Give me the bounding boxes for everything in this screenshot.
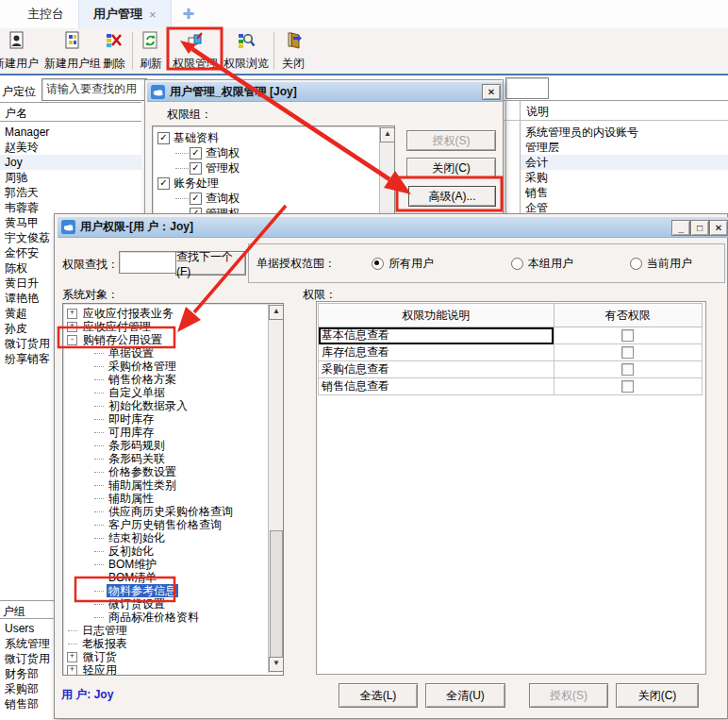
perm-group-item[interactable]: ✓基础资料 <box>153 130 394 145</box>
tree-item[interactable]: BOM维护 <box>63 558 283 571</box>
group-row[interactable]: 财务部 <box>0 666 54 681</box>
tree-item[interactable]: 条形码关联 <box>63 452 283 465</box>
tree-item[interactable]: +轻应用 <box>63 663 283 676</box>
tree-item[interactable]: 自定义单据 <box>63 386 283 399</box>
expand-icon[interactable]: + <box>67 665 77 676</box>
tree-item[interactable]: 辅助属性 <box>63 492 283 505</box>
tree-item[interactable]: -购销存公用设置 <box>63 333 283 346</box>
refresh-button[interactable]: 刷新 <box>135 30 167 74</box>
user-row[interactable]: 郭浩天 <box>0 185 141 200</box>
permission-view-button[interactable]: 权限浏览 <box>222 30 271 74</box>
group-row[interactable]: 采购部 <box>0 681 54 696</box>
checkbox-checked-icon[interactable]: ✓ <box>157 132 170 144</box>
perm-flag-cell[interactable] <box>554 378 702 395</box>
tree-item[interactable]: 价格参数设置 <box>63 465 283 478</box>
tree-item[interactable]: 老板报表 <box>63 637 283 650</box>
group-row[interactable]: 微订货用 <box>0 651 54 666</box>
perm-checkbox[interactable] <box>621 346 634 359</box>
user-row[interactable]: Joy <box>0 155 141 170</box>
close-window-icon[interactable]: ✕ <box>709 220 728 236</box>
tree-item[interactable]: 初始化数据录入 <box>63 399 283 412</box>
scroll-down-icon[interactable]: ▼ <box>269 657 284 672</box>
user-search-input[interactable]: 请输入要查找的用 <box>41 78 147 101</box>
group-row[interactable]: 系统管理 <box>0 636 54 651</box>
perm-checkbox[interactable] <box>621 363 634 376</box>
advanced-button[interactable]: 高级(A)... <box>408 186 496 207</box>
perm-group-item[interactable]: ✓账务处理 <box>153 176 394 191</box>
tree-item[interactable]: BOM清单 <box>63 571 283 584</box>
user-row[interactable]: Manager <box>0 125 141 140</box>
description-row[interactable]: 系统管理员的内设账号 <box>521 125 728 140</box>
description-row[interactable]: 采购 <box>521 170 728 185</box>
tree-item[interactable]: 可用库存 <box>63 426 283 439</box>
perm-table-row[interactable]: 销售信息查看 <box>319 378 703 395</box>
perm-table-row[interactable]: 库存信息查看 <box>319 344 703 361</box>
perm-flag-cell[interactable] <box>554 361 702 378</box>
tree-scrollbar[interactable]: ▲ ▼ <box>268 304 283 673</box>
minimize-icon[interactable]: _ <box>671 220 690 236</box>
perm-flag-cell[interactable] <box>554 327 702 344</box>
tab-user-management[interactable]: 用户管理 × <box>78 0 172 28</box>
dialog-titlebar[interactable]: 用户权限-[用 户：Joy] _ □ ✕ <box>58 217 728 238</box>
tree-item[interactable]: 销售价格方案 <box>63 373 283 386</box>
tree-item[interactable]: 条形码规则 <box>63 439 283 452</box>
perm-table-row[interactable]: 基本信息查看 <box>319 327 703 344</box>
perm-flag-cell[interactable] <box>554 344 702 361</box>
checkbox-checked-icon[interactable]: ✓ <box>190 193 202 205</box>
close-dialog-button[interactable]: 关闭(C) <box>616 683 699 708</box>
tab-close-icon[interactable]: × <box>149 8 157 22</box>
clear-all-button[interactable]: 全清(U) <box>425 683 505 708</box>
user-row[interactable]: 赵美玲 <box>0 140 141 155</box>
perm-desc-cell[interactable]: 采购信息查看 <box>319 361 554 378</box>
tree-item[interactable]: 辅助属性类别 <box>63 478 283 492</box>
tree-item[interactable]: 客户历史销售价格查询 <box>63 518 283 531</box>
radio-group-users[interactable]: 本组用户 <box>511 256 573 272</box>
perm-table-row[interactable]: 采购信息查看 <box>319 361 703 378</box>
perm-desc-cell[interactable]: 基本信息查看 <box>319 327 554 344</box>
perm-desc-cell[interactable]: 库存信息查看 <box>319 344 554 361</box>
tree-item[interactable]: +应收应付报表业务 <box>63 307 283 320</box>
scrollbar[interactable]: ▲ <box>379 126 394 219</box>
authorize-button[interactable]: 授权(S) <box>406 130 496 151</box>
close-button[interactable]: 关闭 <box>277 30 309 74</box>
expand-icon[interactable]: + <box>67 309 77 319</box>
scroll-thumb[interactable] <box>270 530 283 658</box>
close-dialog-button[interactable]: 关闭(C) <box>406 158 496 178</box>
checkbox-checked-icon[interactable]: ✓ <box>190 147 202 159</box>
description-row[interactable]: 销售 <box>521 185 728 200</box>
select-all-button[interactable]: 全选(L) <box>339 683 418 708</box>
tree-item[interactable]: 反初始化 <box>63 544 283 558</box>
perm-group-item[interactable]: ✓查询权 <box>153 191 394 206</box>
tree-item[interactable]: 即时库存 <box>63 412 283 426</box>
new-user-group-button[interactable]: 新建用户组 <box>43 30 102 74</box>
radio-all-users[interactable]: 所有用户 <box>372 256 434 272</box>
perm-desc-cell[interactable]: 销售信息查看 <box>319 378 554 395</box>
group-row[interactable]: Users <box>0 621 54 636</box>
perm-group-item[interactable]: ✓管理权 <box>153 160 394 176</box>
dialog-titlebar[interactable]: 用户管理_权限管理 [Joy] ✕ <box>147 82 504 102</box>
collapse-icon[interactable]: - <box>67 335 77 345</box>
filter-input[interactable] <box>505 77 549 99</box>
tree-item[interactable]: 商品标准价格资料 <box>63 611 283 624</box>
tree-item[interactable]: 微订货设置 <box>63 597 283 611</box>
tree-item[interactable]: 采购价格管理 <box>63 360 283 373</box>
expand-icon[interactable]: + <box>67 322 77 332</box>
authorize-button[interactable]: 授权(S) <box>529 683 608 708</box>
scroll-up-icon[interactable]: ▲ <box>380 127 395 142</box>
tree-item[interactable]: +应收应付管理 <box>63 320 283 333</box>
perm-group-item[interactable]: ✓查询权 <box>153 145 394 160</box>
new-user-button[interactable]: 新建用户 <box>0 30 43 74</box>
checkbox-checked-icon[interactable]: ✓ <box>190 162 202 175</box>
tree-item[interactable]: 日志管理 <box>63 624 283 637</box>
expand-icon[interactable]: + <box>67 652 77 662</box>
permission-manage-button[interactable]: 权限管理 <box>171 30 220 74</box>
group-row[interactable]: 销售部 <box>0 696 54 712</box>
tree-item[interactable]: 供应商历史采购价格查询 <box>63 505 283 518</box>
find-next-button[interactable]: 查找下一个(F) <box>175 251 246 276</box>
scroll-up-icon[interactable]: ▲ <box>269 305 284 320</box>
tree-item[interactable]: 结束初始化 <box>63 531 283 544</box>
description-row[interactable]: 会计 <box>521 155 728 170</box>
tree-item[interactable]: 单据设置 <box>63 346 283 360</box>
perm-checkbox[interactable] <box>621 329 634 342</box>
perm-checkbox[interactable] <box>621 380 634 393</box>
